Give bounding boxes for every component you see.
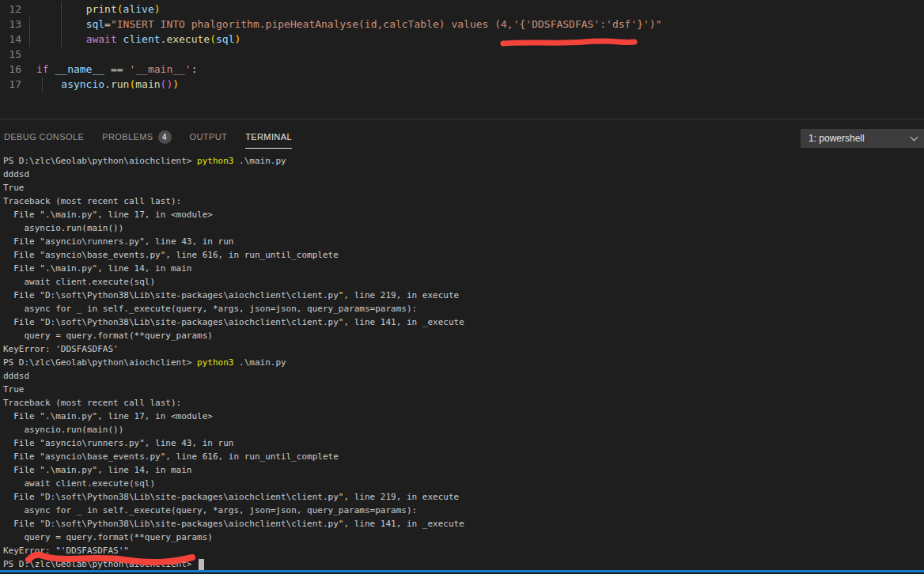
terminal-line: Traceback (most recent call last): [3,194,924,208]
terminal-line: File ".\main.py", line 14, in main [3,463,924,477]
code-editor[interactable]: 12 print(alive)13 sql="INSERT INTO phalg… [0,0,924,119]
terminal-line: asyncio.run(main()) [3,423,924,436]
terminal-line: query = query.format(**query_params) [3,329,924,342]
terminal-line: File ".\main.py", line 17, in <module> [3,208,924,221]
line-number: 13 [0,17,21,32]
line-number: 17 [0,77,21,92]
indent-guide [61,2,62,47]
terminal-line: query = query.format(**query_params) [3,531,924,544]
terminal-line: asyncio.run(main()) [3,221,924,235]
code-line: 13 sql="INSERT INTO phalgorithm.pipeHeat… [0,17,924,32]
terminal-line: File "D:\soft\Python38\Lib\site-packages… [3,490,924,504]
indent-guide [42,77,43,92]
code-text: asyncio.run(main()) [21,77,179,92]
code-text: sql="INSERT INTO phalgorithm.pipeHeatAna… [21,17,662,32]
terminal-line: KeyError: "'DDSFASDFAS'" [3,544,924,557]
indent-guide [29,17,30,47]
terminal-output[interactable]: PS D:\zlc\Geolab\python\aiochclient> pyt… [0,154,924,574]
code-text: print(alive) [21,2,161,17]
chevron-down-icon [911,134,918,142]
terminal-line: PS D:\zlc\Geolab\python\aiochclient> pyt… [3,154,924,168]
line-number: 15 [0,47,21,62]
code-line: 15 [0,47,924,62]
editor-lines: 12 print(alive)13 sql="INSERT INTO phalg… [0,2,924,92]
tab-label: OUTPUT [190,132,228,142]
code-line: 12 print(alive) [0,2,924,17]
terminal-selector-value: 1: powershell [808,133,865,144]
terminal-line: await client.execute(sql) [3,275,924,289]
terminal-line: File "asyncio\runners.py", line 43, in r… [3,235,924,248]
terminal-line: True [3,181,924,194]
line-number: 14 [0,32,21,47]
terminal-line: Traceback (most recent call last): [3,396,924,410]
terminal-line: dddsd [3,168,924,181]
terminal-selector-dropdown[interactable]: 1: powershell [801,129,924,148]
terminal-line: async for _ in self._execute(query, *arg… [3,302,924,315]
tab-debug-console[interactable]: DEBUG CONSOLE [4,119,84,154]
terminal-cursor [199,559,204,570]
problems-count-badge: 4 [158,130,172,144]
terminal-line: File "asyncio\base_events.py", line 616,… [3,248,924,262]
terminal-line: File ".\main.py", line 14, in main [3,262,924,275]
line-number: 12 [0,2,21,17]
code-text: await client.execute(sql) [21,32,240,47]
status-bar-top-border [0,570,924,572]
terminal-line: File "D:\soft\Python38\Lib\site-packages… [3,517,924,531]
terminal-line: File "asyncio\base_events.py", line 616,… [3,450,924,463]
terminal-line: await client.execute(sql) [3,477,924,490]
terminal-line: File "D:\soft\Python38\Lib\site-packages… [3,315,924,329]
tab-label: PROBLEMS [102,132,153,142]
tab-problems[interactable]: PROBLEMS4 [102,119,171,154]
tab-terminal[interactable]: TERMINAL [245,119,292,154]
code-line: 16if __name__ == '__main__': [0,62,924,77]
terminal-line: File ".\main.py", line 17, in <module> [3,410,924,423]
terminal-line: KeyError: 'DDSFASDFAS' [3,342,924,356]
terminal-line: File "asyncio\runners.py", line 43, in r… [3,436,924,450]
terminal-line: True [3,383,924,396]
code-text: if __name__ == '__main__': [21,62,198,77]
line-number: 16 [0,62,21,77]
terminal-line: PS D:\zlc\Geolab\python\aiochclient> [3,557,924,571]
code-line: 17 asyncio.run(main()) [0,77,924,92]
tab-label: DEBUG CONSOLE [4,132,84,142]
tab-label: TERMINAL [245,132,292,142]
panel-tabs: DEBUG CONSOLEPROBLEMS4OUTPUTTERMINAL [0,119,924,154]
terminal-line: File "D:\soft\Python38\Lib\site-packages… [3,289,924,302]
terminal-line: dddsd [3,369,924,383]
terminal-line: async for _ in self._execute(query, *arg… [3,504,924,517]
terminal-line: PS D:\zlc\Geolab\python\aiochclient> pyt… [3,356,924,369]
bottom-panel: DEBUG CONSOLEPROBLEMS4OUTPUTTERMINAL 1: … [0,119,924,574]
code-line: 14 await client.execute(sql) [0,32,924,47]
code-text [21,47,36,62]
tab-output[interactable]: OUTPUT [190,119,228,154]
